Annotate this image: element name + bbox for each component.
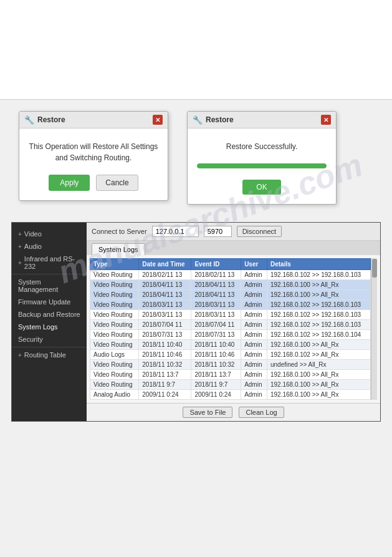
sidebar-item-routing-table[interactable]: + Routing Table [12,349,87,361]
col-event-id: Event ID [191,259,241,270]
restore-confirm-dialog: 🔧 Restore ✕ This Operation will Restore … [19,111,168,201]
connect-server-label: Connect to Server [92,228,147,235]
sidebar-label-firmware-update: Firmware Update [18,298,70,306]
sidebar-item-audio[interactable]: + Audio [12,240,87,253]
restore-success-message: Restore Successfully. [197,141,327,152]
progress-bar-container [197,163,327,168]
table-header-row: Type Date and Time Event ID User Details [90,259,371,270]
table-row: Video Routing2018/11 13:72018/11 13:7Adm… [90,370,371,380]
scrollbar[interactable] [371,258,377,400]
plus-icon-infrared: + [18,259,22,266]
restore-confirm-close-button[interactable]: ✕ [153,115,163,125]
restore-confirm-message: This Operation will Restore All Settings… [29,141,158,163]
sidebar: + Video + Audio + Infrared and RS-232 Sy… [12,223,87,421]
dialog-titlebar-success: 🔧 Restore ✕ [188,112,336,128]
table-row: Video Routing2018/03/11 132018/03/11 13A… [90,300,371,310]
log-table: Type Date and Time Event ID User Details… [90,258,371,400]
wrench-icon-2: 🔧 [193,115,203,125]
col-details: Details [267,259,370,270]
table-row: Video Routing2018/02/11 132018/02/11 13A… [90,270,371,280]
progress-bar-fill [197,163,327,168]
col-user: User [241,259,267,270]
table-row: Video Routing2018/11 10:402018/11 10:40A… [90,340,371,350]
sidebar-label-infrared: Infrared and RS-232 [24,255,80,270]
sidebar-item-firmware-update[interactable]: Firmware Update [12,296,87,308]
plus-icon-audio: + [18,243,22,250]
ok-button[interactable]: OK [242,180,280,195]
server-ip-input[interactable] [152,226,199,237]
table-scroll-area: Type Date and Time Event ID User Details… [90,258,371,400]
sidebar-label-video: Video [24,230,42,238]
table-wrapper: Type Date and Time Event ID User Details… [90,258,377,400]
restore-success-buttons: OK [197,180,327,195]
sidebar-label-system-logs: System Logs [18,323,58,331]
col-datetime: Date and Time [139,259,191,270]
restore-success-body: Restore Successfully. OK [188,128,336,204]
sidebar-label-system-management: System Management [18,278,80,293]
sidebar-label-security: Security [18,336,43,343]
wrench-icon: 🔧 [24,115,34,125]
dialogs-area: 🔧 Restore ✕ This Operation will Restore … [0,100,392,216]
sidebar-label-audio: Audio [24,243,42,250]
tab-system-logs[interactable]: System Logs [92,243,145,255]
table-row: Video Routing2018/04/11 132018/04/11 13A… [90,290,371,300]
apply-button[interactable]: Apply [49,175,90,191]
restore-confirm-title: Restore [37,115,65,124]
col-type: Type [90,259,139,270]
restore-success-title: Restore [206,115,234,124]
restore-confirm-buttons: Apply Cancle [29,175,158,191]
sidebar-item-security[interactable]: Security [12,333,87,346]
main-content: Connect to Server Disconnect System Logs… [87,223,380,421]
sidebar-item-system-logs[interactable]: System Logs [12,321,87,333]
sidebar-divider-2 [12,347,87,347]
table-row: Video Routing2018/07/04 112018/07/04 11A… [90,320,371,330]
disconnect-button[interactable]: Disconnect [237,226,282,237]
table-row: Audio Logs2018/11 10:462018/11 10:46Admi… [90,350,371,360]
top-bar: Connect to Server Disconnect [87,223,380,241]
table-row: Video Routing2018/11 10:322018/11 10:32A… [90,360,371,370]
table-row: Video Routing2018/07/31 132018/07/31 13A… [90,330,371,340]
sidebar-item-infrared[interactable]: + Infrared and RS-232 [12,253,87,273]
table-row: Video Routing2018/04/11 132018/04/11 13A… [90,280,371,290]
sidebar-item-backup-restore[interactable]: Backup and Restore [12,308,87,321]
save-to-file-button[interactable]: Save to File [183,407,232,418]
server-port-input[interactable] [204,226,232,237]
sidebar-divider-1 [12,274,87,274]
plus-icon-video: + [18,231,22,238]
sidebar-label-backup-restore: Backup and Restore [18,311,80,318]
restore-success-dialog: 🔧 Restore ✕ Restore Successfully. OK [187,111,337,205]
table-row: Video Routing2018/11 9:72018/11 9:7Admin… [90,380,371,390]
tab-bar: System Logs [87,241,380,255]
sidebar-item-system-management[interactable]: System Management [12,276,87,296]
plus-icon-routing: + [18,352,22,359]
top-area [0,0,392,100]
restore-confirm-body: This Operation will Restore All Settings… [19,128,168,200]
scrollbar-thumb[interactable] [372,259,377,278]
sidebar-label-routing-table: Routing Table [24,351,66,359]
restore-success-close-button[interactable]: ✕ [321,115,331,125]
log-table-container: Type Date and Time Event ID User Details… [87,255,380,403]
footer-buttons: Save to File Clean Log [87,403,380,421]
table-row: Analog Audio2009/11 0:242009/11 0:24Admi… [90,390,371,400]
clean-log-button[interactable]: Clean Log [239,407,284,418]
dialog-titlebar-confirm: 🔧 Restore ✕ [19,112,168,128]
cancel-button[interactable]: Cancle [96,175,138,191]
table-row: Video Routing2018/03/11 132018/03/11 13A… [90,310,371,320]
main-ui: + Video + Audio + Infrared and RS-232 Sy… [11,222,381,422]
sidebar-item-video[interactable]: + Video [12,228,87,240]
